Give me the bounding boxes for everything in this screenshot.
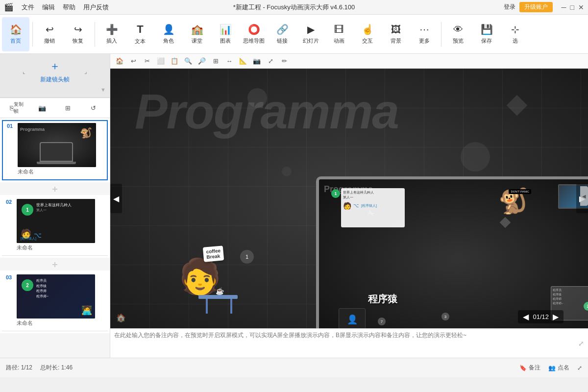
canvas-expand-btn[interactable]: ⤢: [265, 56, 276, 67]
tool-redo[interactable]: ↪ 恢复: [64, 17, 92, 51]
grid-button[interactable]: ⊞: [61, 101, 74, 115]
canvas-zoom-out-btn[interactable]: 🔎: [196, 56, 207, 67]
svg-rect-3: [52, 264, 57, 265]
tool-save[interactable]: 💾 保存: [473, 17, 500, 51]
tool-preview[interactable]: 👁 预览: [444, 17, 472, 51]
tool-animation[interactable]: 🎞 动画: [325, 17, 353, 51]
frame-label-2: 未命名: [6, 243, 104, 253]
tool-slideshow[interactable]: ▶ 幻灯片: [297, 17, 324, 51]
tool-undo-label: 撤销: [44, 37, 55, 45]
frame-number-1: 01: [7, 123, 15, 129]
menu-edit[interactable]: 编辑: [42, 3, 55, 12]
login-button[interactable]: 登录: [504, 3, 515, 11]
notes-button[interactable]: 🔖 备注: [519, 364, 540, 372]
thumb-title-1: Programma: [20, 127, 45, 132]
thumb-circle-3: 2: [22, 279, 33, 291]
sidebar-expand-icon[interactable]: ▼: [100, 87, 106, 93]
tool-select[interactable]: ⊹ 选: [501, 17, 529, 51]
notes-textarea[interactable]: [114, 331, 575, 356]
rotate-button[interactable]: ↺: [86, 101, 100, 115]
menu-bar: 🎬 文件 编辑 帮助 用户反馈: [4, 2, 109, 12]
canvas-align-btn[interactable]: ↔: [224, 56, 235, 67]
sidebar: ⌞ ＋ 新建镜头帧 ⌟ ▼ ⎘ 复制帧 📷 ⊞ ↺: [0, 54, 110, 358]
rotate-icon: ↺: [91, 104, 96, 112]
canvas-nav-left[interactable]: ◀: [110, 184, 122, 213]
sidebar-corner-tr: ⌟: [84, 68, 87, 75]
fullscreen-button[interactable]: ⤢: [577, 365, 582, 371]
upgrade-button[interactable]: 升级账户: [519, 2, 553, 12]
maximize-button[interactable]: □: [570, 3, 574, 11]
statusbar-left: 路径: 1/12 总时长: 1:46: [6, 364, 73, 372]
notes-area: ⤢: [110, 328, 588, 358]
new-frame-button[interactable]: ＋ 新建镜头帧: [40, 59, 70, 84]
tool-text[interactable]: T 文本: [126, 17, 154, 51]
window-controls: 登录 升级账户 ─ □ ✕: [504, 2, 584, 12]
canvas[interactable]: Programma 1 Programma 1: [110, 69, 588, 328]
canvas-edit-btn[interactable]: ✏: [279, 56, 290, 67]
frame-thumbnail-3: 2 程序员程序猿程序师程序师~ 🧑‍💻: [17, 274, 95, 318]
menu-feedback[interactable]: 用户反馈: [83, 3, 109, 12]
thumb-circle-2: 1: [22, 204, 33, 216]
tool-save-label: 保存: [481, 37, 492, 45]
canvas-home-icon[interactable]: 🏠: [116, 313, 126, 322]
tool-mindmap[interactable]: ⭕ 思维导图: [240, 17, 268, 51]
slide-counter-display: 01/12: [533, 313, 549, 320]
canvas-screenshot-btn[interactable]: 📷: [251, 56, 262, 67]
slide-counter: ◀ 01/12 ▶: [518, 310, 564, 323]
frame-number-2: 02: [6, 199, 14, 205]
screenshot-button[interactable]: 📷: [35, 101, 49, 115]
laptop-screen-inner: Programma 1 世界上有这样几种人第人一 🧑 ⌥ [程序猿人]: [319, 179, 588, 328]
canvas-home-btn[interactable]: 🏠: [114, 56, 125, 67]
copy-frame-button[interactable]: ⎘ 复制帧: [10, 101, 24, 115]
toolbar-sep-2: [95, 22, 95, 47]
frame-item-3[interactable]: 03 2 程序员程序猿程序师程序师~ 🧑‍💻 未命名: [2, 272, 108, 331]
canvas-paste-btn[interactable]: 📋: [169, 56, 180, 67]
next-slide-button[interactable]: ▶: [553, 312, 559, 321]
notes-expand-button[interactable]: ⤢: [578, 340, 584, 347]
bookmark-icon: 🔖: [519, 365, 527, 371]
close-button[interactable]: ✕: [578, 3, 584, 11]
tool-insert-label: 插入: [106, 37, 117, 45]
prev-slide-button[interactable]: ◀: [523, 312, 529, 321]
camera-icon: 📷: [38, 104, 46, 112]
tool-link[interactable]: 🔗 链接: [269, 17, 296, 51]
coffee-cup: ☕: [216, 287, 224, 295]
frame-add-1[interactable]: [0, 183, 110, 195]
tool-bg-label: 背景: [391, 37, 401, 45]
sidebar-tools: ⎘ 复制帧 📷 ⊞ ↺: [0, 98, 110, 118]
table-surface: [198, 295, 238, 299]
canvas-grid-btn[interactable]: ⊞: [210, 56, 221, 67]
canvas-area: 🏠 ↩ ✂ ⬜ 📋 🔍 🔎 ⊞ ↔ 📐 📷 ⤢ ✏ Programma: [110, 54, 588, 358]
frame-thumbnail-1: Programma 🐒: [18, 123, 96, 167]
screen-chengxuyuan: 程序猿: [368, 293, 397, 306]
tool-more[interactable]: ⋯ 更多: [411, 17, 438, 51]
tool-home[interactable]: 🏠 首页: [2, 17, 29, 51]
canvas-copy-btn[interactable]: ⬜: [155, 56, 166, 67]
canvas-undo-btn[interactable]: ↩: [128, 56, 139, 67]
canvas-ruler-btn[interactable]: 📐: [238, 56, 248, 67]
menu-file[interactable]: 文件: [22, 3, 34, 12]
frame-add-2[interactable]: [0, 259, 110, 270]
canvas-zoom-in-btn[interactable]: 🔍: [183, 56, 194, 67]
tool-interact[interactable]: ☝ 交互: [354, 17, 381, 51]
insert-icon: ➕: [106, 24, 118, 35]
frame-item-1[interactable]: 01 Programma 🐒 未命名: [2, 120, 108, 180]
undo-icon: ↩: [46, 24, 54, 35]
tool-class[interactable]: 🏫 课堂: [183, 17, 211, 51]
tool-chart[interactable]: 📊 图表: [212, 17, 239, 51]
minimize-button[interactable]: ─: [562, 3, 566, 11]
toolbar-sep-1: [32, 22, 33, 47]
screen-whiteboard: 世界上有这样几种人第人一 🧑 ⌥ [程序猿人]: [341, 188, 405, 227]
canvas-cut-btn[interactable]: ✂: [142, 56, 152, 67]
frame-item-2[interactable]: 02 1 世界上有这样几种人第人一 🧑 ⌥ [程序猿人] 未命名: [2, 197, 108, 256]
sidebar-collapse-button[interactable]: ◀: [580, 186, 588, 206]
tool-link-label: 链接: [277, 37, 288, 45]
tool-role[interactable]: 👤 角色: [155, 17, 182, 51]
tool-bg[interactable]: 🖼 背景: [382, 17, 410, 51]
interact-icon: ☝: [362, 24, 374, 35]
menu-help[interactable]: 帮助: [63, 3, 75, 12]
tool-insert[interactable]: ➕ 插入: [98, 17, 125, 51]
tool-undo[interactable]: ↩ 撤销: [36, 17, 63, 51]
roster-button[interactable]: 👥 点名: [548, 364, 569, 372]
text-icon: T: [137, 23, 143, 36]
